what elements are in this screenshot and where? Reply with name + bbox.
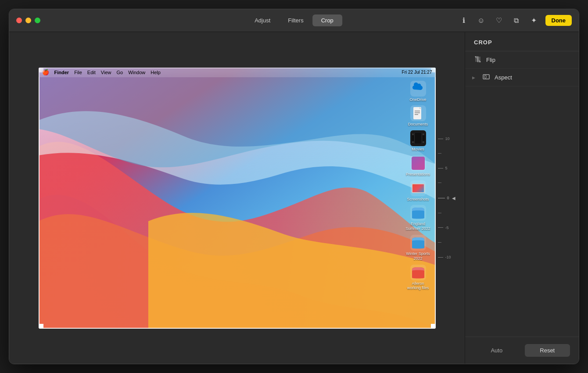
image-container: 🍎 Finder File Edit View Go Window Help F… [39,68,436,329]
aspect-icon [482,73,490,82]
menu-view: View [101,70,111,75]
desktop-background: 🍎 Finder File Edit View Go Window Help F… [39,68,436,329]
svg-rect-10 [414,133,415,143]
svg-rect-15 [484,75,486,78]
menubar-right: Fri 22 Jul 21:27 [402,70,432,75]
aspect-chevron-icon: ▶ [472,75,475,80]
svg-rect-13 [478,57,480,62]
flip-icon [474,56,482,64]
icon-label-winter: Winter Sports 2022 [405,251,431,261]
toolbar-right: ℹ ☺ ♡ ⧉ ✦ Done [458,14,572,27]
close-button[interactable] [16,18,22,23]
svg-rect-11 [422,133,422,143]
titlebar: Adjust Filters Crop ℹ ☺ ♡ ⧉ ✦ Done [9,9,579,32]
menubar-left: 🍎 Finder File Edit View Go Window Help [42,69,161,75]
svg-rect-3 [415,112,420,113]
mac-menubar: 🍎 Finder File Edit View Go Window Help F… [39,68,436,77]
icon-label-alleron: Alleron working files [405,281,431,291]
auto-button[interactable]: Auto [474,344,520,357]
menu-edit: Edit [87,70,96,75]
svg-rect-2 [415,111,420,111]
desktop-icon-documents[interactable]: Documents [405,105,431,127]
svg-rect-4 [415,114,418,115]
desktop-icon-screenshots[interactable]: Screenshots [405,180,431,202]
icon-label-screenshots: Screenshots [407,197,429,202]
tab-group: Adjust Filters Crop [246,14,342,26]
right-panel: CROP Flip ▶ [465,32,579,364]
face-icon[interactable]: ☺ [475,14,488,27]
icon-label-england: England Summer 2022 [405,222,431,231]
panel-item-aspect-label: Aspect [495,74,512,81]
heart-icon[interactable]: ♡ [493,14,505,27]
panel-bottom: Auto Reset [465,337,579,364]
canvas-area: 🍎 Finder File Edit View Go Window Help F… [9,32,465,364]
menu-go: Go [116,70,123,75]
minimize-button[interactable] [25,18,31,23]
desktop-icon-england[interactable]: England Summer 2022 [405,205,431,231]
reset-button[interactable]: Reset [525,344,570,357]
icon-label-presentations: Presentations [406,172,430,177]
menu-window: Window [128,70,145,75]
main-content: 🍎 Finder File Edit View Go Window Help F… [9,32,579,364]
menu-help: Help [151,70,161,75]
menubar-datetime: Fri 22 Jul 21:27 [402,70,432,75]
svg-rect-9 [423,141,424,143]
icon-label-onedrive: OneDrive [409,97,426,102]
desktop-icon-movies[interactable]: Movies [405,130,431,152]
panel-item-aspect[interactable]: ▶ Aspect [465,69,579,86]
desktop-screenshot: 🍎 Finder File Edit View Go Window Help F… [39,68,436,329]
desktop-icon-winter[interactable]: Winter Sports 2022 [405,235,431,261]
tab-crop[interactable]: Crop [312,14,342,26]
tab-adjust[interactable]: Adjust [246,14,279,26]
rotation-slider[interactable]: 10 5 [438,128,455,268]
desktop-icon-presentations[interactable]: Presentations [405,155,431,177]
apple-logo: 🍎 [42,69,49,75]
app-window: Adjust Filters Crop ℹ ☺ ♡ ⧉ ✦ Done [9,9,579,364]
panel-item-flip-label: Flip [486,57,495,63]
desktop-icon-alleron[interactable]: Alleron working files [405,265,431,291]
magic-wand-icon[interactable]: ✦ [528,14,540,27]
tab-filters[interactable]: Filters [279,14,312,26]
desktop-icons: OneDrive Documents [405,81,431,291]
panel-item-flip[interactable]: Flip [465,51,579,69]
icon-label-documents: Documents [408,122,428,127]
svg-rect-6 [412,133,414,135]
maximize-button[interactable] [35,18,40,23]
info-icon[interactable]: ℹ [458,14,470,27]
menu-file: File [74,70,82,75]
menu-finder: Finder [54,70,69,75]
svg-rect-7 [423,133,424,135]
panel-title: CROP [465,32,579,51]
duplicate-icon[interactable]: ⧉ [510,14,523,27]
svg-rect-8 [412,141,414,143]
done-button[interactable]: Done [545,15,572,26]
traffic-lights [16,18,40,23]
icon-label-movies: Movies [412,147,424,152]
svg-rect-12 [475,57,477,62]
desktop-icon-onedrive[interactable]: OneDrive [405,81,431,102]
